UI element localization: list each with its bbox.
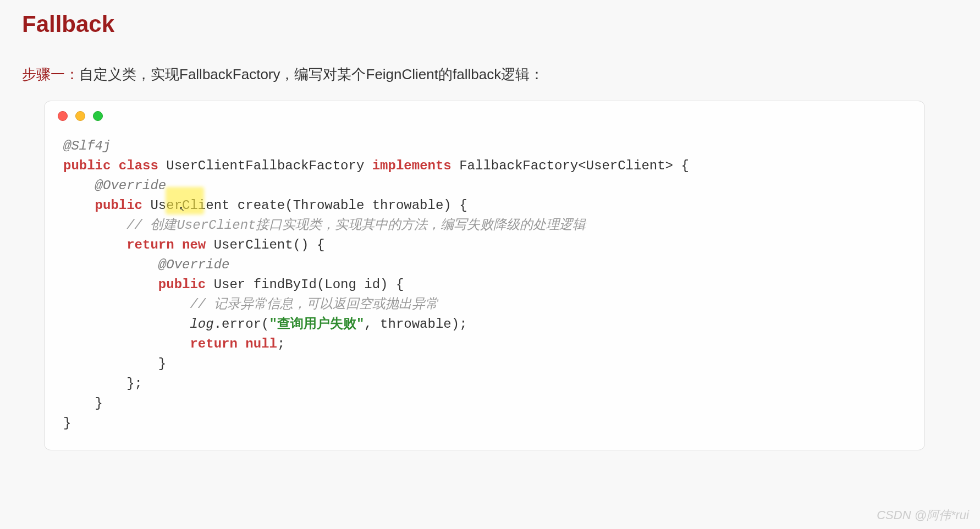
step-description: 步骤一：自定义类，实现FallbackFactory，编写对某个FeignCli… [22, 65, 958, 84]
code-comment: // 记录异常信息，可以返回空或抛出异常 [63, 297, 438, 312]
code-keyword: public [63, 277, 206, 292]
code-keyword: public [63, 198, 142, 213]
code-content: ↖@Slf4j public class UserClientFallbackF… [45, 125, 924, 450]
code-text: ; [277, 337, 285, 351]
code-text: UserClient create(Throwable throwable) { [142, 198, 467, 213]
minimize-icon [75, 111, 85, 121]
code-keyword: null [238, 337, 277, 351]
code-keyword: public [63, 158, 111, 173]
code-keyword: implements [372, 158, 452, 173]
code-text: UserClient() { [206, 238, 324, 252]
code-text: } [63, 416, 71, 431]
code-keyword: class [119, 158, 158, 173]
code-annotation: @Override [63, 178, 166, 193]
page-title: Fallback [22, 11, 958, 37]
code-window: ↖@Slf4j public class UserClientFallbackF… [44, 101, 925, 450]
code-text: FallbackFactory<UserClient> { [452, 158, 689, 173]
step-label: 步骤一： [22, 66, 79, 82]
code-text: User findById(Long id) { [206, 277, 404, 292]
code-comment: // 创建UserClient接口实现类，实现其中的方法，编写失败降级的处理逻辑 [63, 218, 586, 233]
code-annotation: @Slf4j [63, 139, 111, 153]
code-text: .error( [214, 317, 269, 332]
window-titlebar [45, 101, 924, 125]
code-text: , throwable); [364, 317, 467, 332]
step-text: 自定义类，实现FallbackFactory，编写对某个FeignClient的… [79, 66, 544, 82]
close-icon [58, 111, 68, 121]
code-keyword: return [63, 238, 174, 252]
code-string: "查询用户失败" [269, 317, 364, 332]
code-keyword: new [174, 238, 206, 252]
code-text: } [63, 356, 166, 371]
maximize-icon [93, 111, 103, 121]
code-text: UserClientFallbackFactory [158, 158, 372, 173]
code-annotation: @Override [63, 257, 229, 272]
code-keyword: return [63, 337, 238, 351]
code-text: }; [63, 376, 142, 391]
code-text: } [63, 396, 103, 411]
code-var: log [63, 317, 214, 332]
